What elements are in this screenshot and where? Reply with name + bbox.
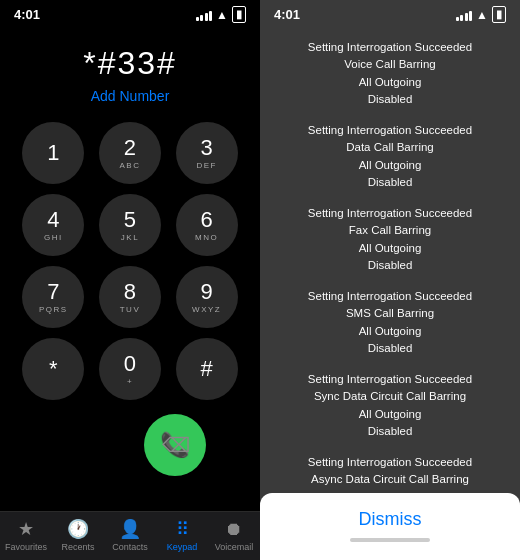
- nav-label-voicemail: Voicemail: [215, 542, 254, 552]
- dial-number: *#33#: [83, 45, 177, 82]
- battery-icon: ▮: [232, 6, 246, 23]
- bottom-nav: ★Favourites🕐Recents👤Contacts⠿Keypad⏺Voic…: [0, 511, 260, 560]
- result-block-3: Setting Interrogation SucceededSMS Call …: [276, 288, 504, 357]
- nav-icon-voicemail: ⏺: [225, 519, 243, 540]
- result-line: Fax Call Barring: [276, 222, 504, 239]
- keypad: 12ABC3DEF4GHI5JKL6MNO7PQRS8TUV9WXYZ*0+#: [0, 122, 260, 400]
- result-line: Setting Interrogation Succeeded: [276, 288, 504, 305]
- result-line: Data Call Barring: [276, 139, 504, 156]
- key-9[interactable]: 9WXYZ: [176, 266, 238, 328]
- nav-icon-favourites: ★: [18, 518, 34, 540]
- result-line: Disabled: [276, 174, 504, 191]
- delete-button[interactable]: ⌫: [162, 433, 190, 457]
- results-scroll: Setting Interrogation SucceededVoice Cal…: [260, 27, 520, 493]
- signal-icon-right: [456, 9, 473, 21]
- result-line: All Outgoing: [276, 74, 504, 91]
- key-5[interactable]: 5JKL: [99, 194, 161, 256]
- result-line: SMS Call Barring: [276, 305, 504, 322]
- key-2[interactable]: 2ABC: [99, 122, 161, 184]
- result-line: Sync Data Circuit Call Barring: [276, 388, 504, 405]
- nav-item-recents[interactable]: 🕐Recents: [52, 518, 104, 552]
- action-row: 📞 ⌫: [34, 400, 226, 486]
- result-line: Disabled: [276, 257, 504, 274]
- status-icons-right: ▲ ▮: [456, 6, 506, 23]
- result-line: All Outgoing: [276, 157, 504, 174]
- status-icons-left: ▲ ▮: [196, 6, 246, 23]
- nav-item-keypad[interactable]: ⠿Keypad: [156, 518, 208, 552]
- nav-icon-recents: 🕐: [67, 518, 89, 540]
- result-line: Setting Interrogation Succeeded: [276, 122, 504, 139]
- result-line: Setting Interrogation Succeeded: [276, 454, 504, 471]
- key-6[interactable]: 6MNO: [176, 194, 238, 256]
- nav-item-voicemail[interactable]: ⏺Voicemail: [208, 519, 260, 552]
- result-block-1: Setting Interrogation SucceededData Call…: [276, 122, 504, 191]
- result-block-0: Setting Interrogation SucceededVoice Cal…: [276, 39, 504, 108]
- result-line: Disabled: [276, 340, 504, 357]
- key-*[interactable]: *: [22, 338, 84, 400]
- nav-item-contacts[interactable]: 👤Contacts: [104, 518, 156, 552]
- key-7[interactable]: 7PQRS: [22, 266, 84, 328]
- result-line: Setting Interrogation Succeeded: [276, 205, 504, 222]
- left-panel: 4:01 ▲ ▮ *#33# Add Number 12ABC3DEF4GHI5…: [0, 0, 260, 560]
- result-block-4: Setting Interrogation SucceededSync Data…: [276, 371, 504, 440]
- result-line: Voice Call Barring: [276, 56, 504, 73]
- nav-icon-keypad: ⠿: [176, 518, 189, 540]
- dismiss-button[interactable]: Dismiss: [272, 505, 508, 534]
- result-line: Setting Interrogation Succeeded: [276, 39, 504, 56]
- wifi-icon-right: ▲: [476, 8, 488, 22]
- key-3[interactable]: 3DEF: [176, 122, 238, 184]
- time-left: 4:01: [14, 7, 40, 22]
- result-line: All Outgoing: [276, 323, 504, 340]
- dial-display: *#33# Add Number 12ABC3DEF4GHI5JKL6MNO7P…: [0, 27, 260, 546]
- nav-label-contacts: Contacts: [112, 542, 148, 552]
- result-line: Disabled: [276, 91, 504, 108]
- nav-icon-contacts: 👤: [119, 518, 141, 540]
- nav-label-keypad: Keypad: [167, 542, 198, 552]
- key-4[interactable]: 4GHI: [22, 194, 84, 256]
- battery-icon-right: ▮: [492, 6, 506, 23]
- wifi-icon: ▲: [216, 8, 228, 22]
- add-number-link[interactable]: Add Number: [91, 88, 170, 104]
- signal-icon: [196, 9, 213, 21]
- result-block-5: Setting Interrogation SucceededAsync Dat…: [276, 454, 504, 493]
- home-indicator-right: [350, 538, 430, 542]
- result-line: Setting Interrogation Succeeded: [276, 371, 504, 388]
- time-right: 4:01: [274, 7, 300, 22]
- result-line: Async Data Circuit Call Barring: [276, 471, 504, 488]
- result-block-2: Setting Interrogation SucceededFax Call …: [276, 205, 504, 274]
- key-0[interactable]: 0+: [99, 338, 161, 400]
- key-8[interactable]: 8TUV: [99, 266, 161, 328]
- result-line: All Outgoing: [276, 240, 504, 257]
- key-1[interactable]: 1: [22, 122, 84, 184]
- nav-label-recents: Recents: [61, 542, 94, 552]
- nav-item-favourites[interactable]: ★Favourites: [0, 518, 52, 552]
- dismiss-area: Dismiss: [260, 493, 520, 560]
- result-line: Disabled: [276, 423, 504, 440]
- status-bar-right: 4:01 ▲ ▮: [260, 0, 520, 27]
- key-#[interactable]: #: [176, 338, 238, 400]
- nav-label-favourites: Favourites: [5, 542, 47, 552]
- result-line: All Outgoing: [276, 406, 504, 423]
- status-bar-left: 4:01 ▲ ▮: [0, 0, 260, 27]
- right-panel: 4:01 ▲ ▮ Setting Interrogation Succeeded…: [260, 0, 520, 560]
